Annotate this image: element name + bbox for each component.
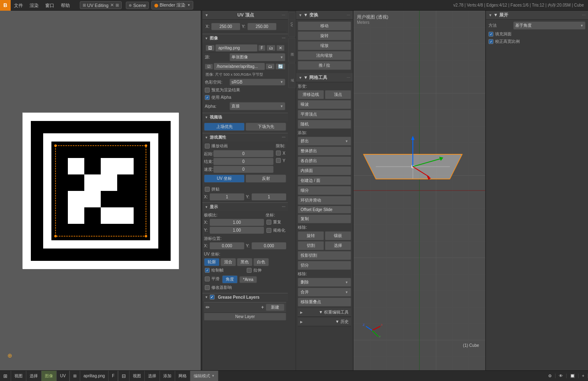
- normalize-checkbox[interactable]: [266, 228, 271, 233]
- method-dropdown[interactable]: 基于角度 ▼: [513, 21, 586, 30]
- end-input[interactable]: 0: [213, 158, 274, 165]
- bottom-add-btn[interactable]: 添加: [160, 371, 175, 381]
- filename-field[interactable]: apriltag.png: [215, 44, 257, 51]
- bottom-icon-1[interactable]: ⚙: [545, 374, 556, 378]
- make-edge-face-btn[interactable]: 创建边 / 面: [298, 176, 351, 185]
- menu-window[interactable]: 窗口: [42, 0, 58, 11]
- loop-cut-btn[interactable]: 环切并滑动: [298, 196, 351, 205]
- extrude-all-btn[interactable]: 整体挤出: [298, 146, 351, 156]
- bottom-view2-btn[interactable]: 视图: [130, 371, 145, 381]
- display-section[interactable]: 显示 ⋯: [202, 202, 288, 211]
- menu-render[interactable]: 渲染: [26, 0, 42, 11]
- duplicate-btn[interactable]: 复制: [298, 214, 351, 223]
- gp-section-title[interactable]: Grease Pencil Layers: [202, 293, 288, 301]
- use-alpha-checkbox[interactable]: [205, 95, 210, 100]
- draw-frames-checkbox[interactable]: [205, 268, 210, 273]
- cursor-x-input[interactable]: 0.000: [210, 242, 244, 249]
- weight-tools-header[interactable]: ▶ ▼ 权重编辑工具: [298, 308, 351, 317]
- upper-first-btn[interactable]: 上场优先: [204, 123, 245, 131]
- path-check-btn[interactable]: ☑: [205, 64, 213, 70]
- path-browse-btn[interactable]: 🗂: [266, 63, 275, 70]
- bottom-select-btn[interactable]: 选择: [26, 371, 42, 381]
- correct-aspect-checkbox[interactable]: [488, 39, 493, 44]
- inset-btn[interactable]: 内插面: [298, 166, 351, 175]
- delete-dropdown[interactable]: 删除 ▼: [298, 278, 351, 287]
- subdivide-btn[interactable]: 细分: [298, 186, 351, 195]
- remove-doubles-btn[interactable]: 移除重叠点: [298, 297, 351, 307]
- image-close-btn[interactable]: ✕: [276, 45, 285, 51]
- transform-header[interactable]: ▼ ▼ 变换 ⋯: [296, 11, 353, 20]
- smooth-checkbox[interactable]: [205, 276, 210, 281]
- ripple-btn[interactable]: 噪波: [298, 100, 351, 109]
- extrude-dropdown[interactable]: 挤出 ▼: [298, 137, 351, 146]
- start-input[interactable]: 0: [213, 150, 274, 157]
- colorspace-dropdown[interactable]: sRGB ▼: [229, 79, 285, 86]
- image-browse-btn[interactable]: 🗂: [266, 45, 275, 51]
- stretch-checkbox[interactable]: [247, 268, 252, 273]
- blender-logo[interactable]: B: [0, 0, 11, 11]
- reflect-btn[interactable]: 反射: [245, 174, 286, 183]
- sidebar-tab-img[interactable]: 图: [288, 38, 296, 63]
- video-section[interactable]: 视频场: [202, 113, 288, 121]
- outline-btn[interactable]: 轮廓: [204, 258, 220, 266]
- bottom-icon-4[interactable]: +: [579, 374, 588, 378]
- random-btn[interactable]: 随机: [298, 120, 351, 129]
- move-btn[interactable]: 移动: [298, 21, 351, 30]
- game-props-section[interactable]: 游戏属性 ⋯: [202, 133, 288, 142]
- angle-btn[interactable]: 角度: [222, 275, 238, 283]
- repeat-checkbox[interactable]: [266, 220, 271, 225]
- individual-extrude-btn[interactable]: 各自挤出: [298, 156, 351, 165]
- bottom-uv-btn[interactable]: UV: [57, 371, 69, 381]
- warp-btn[interactable]: 镶嵌: [325, 231, 351, 240]
- select-tool-btn[interactable]: 选择: [325, 241, 351, 250]
- bottom-icon-3[interactable]: 🔲: [567, 374, 579, 378]
- uv-vertex-header[interactable]: ▼ UV 顶点 ⋯: [202, 11, 288, 20]
- limit-x-checkbox[interactable]: [276, 151, 281, 156]
- bottom-f-btn[interactable]: F: [109, 371, 118, 381]
- gp-add-icon[interactable]: +: [261, 304, 264, 310]
- separate-btn[interactable]: 切分: [298, 261, 351, 270]
- white-btn[interactable]: 白色: [253, 258, 269, 266]
- uv-canvas[interactable]: ⊕: [0, 11, 201, 370]
- history-header[interactable]: ▶ ▼ 历史: [298, 318, 351, 326]
- smooth-vertices-btn[interactable]: 平滑顶点: [298, 110, 351, 119]
- prerender-checkbox[interactable]: [205, 88, 210, 93]
- menu-file[interactable]: 文件: [11, 0, 26, 11]
- tile-y-input[interactable]: 1: [252, 193, 286, 200]
- bottom-mesh-btn[interactable]: 网格: [175, 371, 190, 381]
- rotate-btn[interactable]: 旋转: [298, 31, 351, 40]
- gp-pencil-icon[interactable]: ✏: [206, 304, 210, 310]
- area-btn[interactable]: *Area: [239, 276, 257, 283]
- workspace-tab[interactable]: ⊞ UV Editing ✕ ⊞: [80, 1, 122, 9]
- mesh-tools-header[interactable]: ▼ ▼ 网格工具 ⋯: [296, 73, 353, 82]
- source-dropdown[interactable]: 单张图像 ▼: [229, 53, 285, 61]
- menu-help[interactable]: 帮助: [58, 0, 73, 11]
- push-pull-btn[interactable]: 推 / 拉: [298, 61, 351, 70]
- scale-x-input[interactable]: 1.00: [210, 219, 264, 226]
- f-btn[interactable]: F: [258, 45, 266, 51]
- unwrap-header[interactable]: ▼ ▼ 展开 ⋯: [486, 11, 588, 20]
- 3d-viewport[interactable]: X Y Z 用户视图 (透视) Meters (1) Cube: [354, 11, 485, 370]
- normal-scale-btn[interactable]: 法向缩放: [298, 51, 351, 60]
- bottom-edit-mode-btn[interactable]: 编辑模式 ▼: [190, 371, 218, 381]
- sidebar-tab-scope[interactable]: 域: [288, 63, 296, 88]
- cut-btn[interactable]: 切割: [298, 241, 324, 250]
- scale-btn[interactable]: 缩放: [298, 41, 351, 50]
- merge-dropdown[interactable]: 合并 ▼: [298, 288, 351, 297]
- bottom-view-btn[interactable]: 视图: [11, 371, 26, 381]
- rotate-tool-btn[interactable]: 旋转: [298, 231, 324, 240]
- engine-block[interactable]: ⬤ Blender 渲染 ▼: [151, 1, 193, 9]
- limit-y-checkbox[interactable]: [276, 158, 281, 163]
- offset-edge-btn[interactable]: Offset Edge Slide: [298, 206, 351, 214]
- black-btn[interactable]: 黑色: [237, 258, 252, 266]
- alpha-dropdown[interactable]: 直接 ▼: [229, 102, 285, 110]
- workspace-close[interactable]: ✕: [110, 2, 114, 8]
- image-preview-btn[interactable]: 🖼: [206, 45, 215, 51]
- bottom-icon-2[interactable]: 👁: [556, 374, 567, 378]
- bottom-image-btn[interactable]: 图像: [42, 371, 57, 381]
- bottom-filename[interactable]: apriltag.png: [80, 371, 109, 381]
- x-coord-input[interactable]: 250.00: [211, 23, 240, 30]
- mix-btn[interactable]: 混合: [220, 258, 236, 266]
- lower-first-btn[interactable]: 下场为先: [245, 123, 286, 131]
- gp-new-btn[interactable]: 新建: [266, 304, 285, 311]
